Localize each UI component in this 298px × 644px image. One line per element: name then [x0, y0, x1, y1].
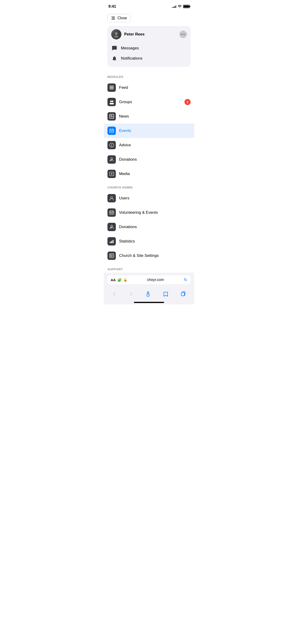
- refresh-icon[interactable]: ↻: [184, 277, 187, 282]
- svg-point-8: [110, 100, 112, 102]
- tabs-button[interactable]: [178, 290, 189, 298]
- feed-icon: [107, 84, 116, 92]
- church-settings-label: Church & Site Settings: [119, 254, 191, 258]
- svg-rect-38: [111, 241, 112, 243]
- svg-point-9: [112, 100, 114, 102]
- feed-label: Feed: [119, 85, 191, 90]
- sidebar-item-events[interactable]: Events: [104, 124, 194, 138]
- notifications-label: Notifications: [121, 56, 143, 61]
- close-button[interactable]: Close: [107, 14, 131, 22]
- donations-admin-icon: [107, 223, 116, 231]
- modules-section-label: MODULES: [104, 70, 194, 80]
- bookmarks-icon: [163, 291, 168, 297]
- messages-menu-item[interactable]: Messages: [111, 43, 187, 53]
- donations-icon: [107, 155, 116, 164]
- volunteering-label: Volunteering & Events: [119, 210, 191, 215]
- extensions-icon: 🧩: [117, 278, 122, 282]
- menu-close-icon: [111, 16, 116, 20]
- svg-rect-33: [110, 213, 111, 214]
- tabs-icon: [180, 291, 186, 297]
- sidebar-item-advice[interactable]: i Advice: [104, 138, 194, 152]
- news-label: News: [119, 114, 191, 119]
- sidebar-item-groups[interactable]: Groups 2: [104, 95, 194, 109]
- lock-icon: 🔒: [123, 278, 127, 282]
- svg-marker-27: [111, 173, 113, 174]
- svg-rect-22: [112, 131, 113, 132]
- events-icon: [107, 126, 116, 135]
- news-icon: [107, 112, 116, 120]
- svg-rect-13: [110, 115, 112, 116]
- svg-text:i: i: [111, 144, 112, 147]
- sidebar-item-church-settings[interactable]: Church & Site Settings: [104, 248, 194, 263]
- messages-icon: [111, 45, 118, 52]
- messages-label: Messages: [121, 46, 139, 50]
- media-icon: [107, 170, 116, 178]
- svg-point-3: [115, 32, 118, 35]
- status-icons: [172, 5, 190, 8]
- svg-rect-7: [110, 88, 114, 89]
- users-label: Users: [119, 196, 191, 200]
- svg-point-4: [114, 36, 119, 38]
- status-bar: 9:41: [104, 0, 194, 12]
- statistics-icon: [107, 237, 116, 246]
- svg-rect-5: [110, 86, 114, 86]
- church-admin-section-label: CHURCH ADMIN: [104, 181, 194, 191]
- forward-icon: [129, 292, 133, 296]
- support-section-label: SUPPORT: [104, 263, 194, 273]
- svg-rect-21: [111, 131, 112, 132]
- share-button[interactable]: [143, 290, 154, 298]
- user-profile-row: Peter Rees: [111, 29, 187, 40]
- notifications-icon: [111, 55, 118, 62]
- sidebar-item-statistics[interactable]: Statistics: [104, 234, 194, 248]
- sidebar-item-media[interactable]: Media: [104, 167, 194, 181]
- user-info: Peter Rees: [111, 29, 145, 40]
- bookmarks-button[interactable]: [160, 290, 171, 298]
- groups-badge: 2: [184, 99, 191, 105]
- sidebar-item-users[interactable]: Users: [104, 191, 194, 206]
- signal-icon: [172, 5, 176, 8]
- battery-icon: [183, 5, 190, 8]
- svg-rect-34: [111, 213, 112, 214]
- sidebar-item-volunteering[interactable]: Volunteering & Events: [104, 206, 194, 220]
- church-settings-icon: [107, 252, 116, 260]
- avatar[interactable]: [111, 29, 121, 40]
- user-card: Peter Rees Messages Notifications: [107, 26, 191, 67]
- sidebar-item-news[interactable]: News: [104, 109, 194, 124]
- advice-label: Advice: [119, 143, 191, 148]
- svg-rect-15: [110, 117, 113, 117]
- aa-button[interactable]: AA: [111, 278, 116, 282]
- back-icon: [112, 292, 117, 296]
- notifications-menu-item[interactable]: Notifications: [111, 53, 187, 64]
- close-button-container: Close: [104, 12, 194, 25]
- svg-point-11: [111, 103, 114, 104]
- svg-rect-14: [110, 116, 113, 116]
- back-button[interactable]: [109, 290, 120, 298]
- sidebar-item-feed[interactable]: Feed: [104, 80, 194, 95]
- more-options-button[interactable]: [179, 30, 187, 38]
- svg-point-28: [111, 196, 113, 198]
- groups-label: Groups: [119, 100, 181, 104]
- sidebar-item-donations-admin[interactable]: Donations: [104, 220, 194, 234]
- groups-icon: [107, 98, 116, 106]
- events-label: Events: [119, 128, 191, 133]
- media-label: Media: [119, 172, 191, 176]
- volunteering-icon: [107, 208, 116, 217]
- forward-button[interactable]: [126, 290, 136, 298]
- sidebar-item-donations[interactable]: Donations: [104, 152, 194, 167]
- url-text[interactable]: choyr.com: [129, 278, 182, 282]
- home-indicator: [104, 300, 194, 304]
- user-name: Peter Rees: [124, 32, 145, 37]
- wifi-icon: [178, 5, 182, 8]
- donations-label: Donations: [119, 157, 191, 162]
- svg-rect-20: [110, 131, 111, 132]
- browser-address-bar[interactable]: AA 🧩 🔒 choyr.com ↻: [107, 276, 191, 284]
- svg-rect-6: [110, 87, 114, 88]
- users-icon: [107, 194, 116, 202]
- share-icon: [145, 291, 151, 297]
- svg-point-25: [111, 158, 113, 160]
- statistics-label: Statistics: [119, 239, 191, 244]
- svg-rect-37: [110, 242, 111, 243]
- svg-rect-29: [110, 211, 114, 214]
- advice-icon: i: [107, 141, 116, 149]
- svg-rect-39: [113, 240, 114, 243]
